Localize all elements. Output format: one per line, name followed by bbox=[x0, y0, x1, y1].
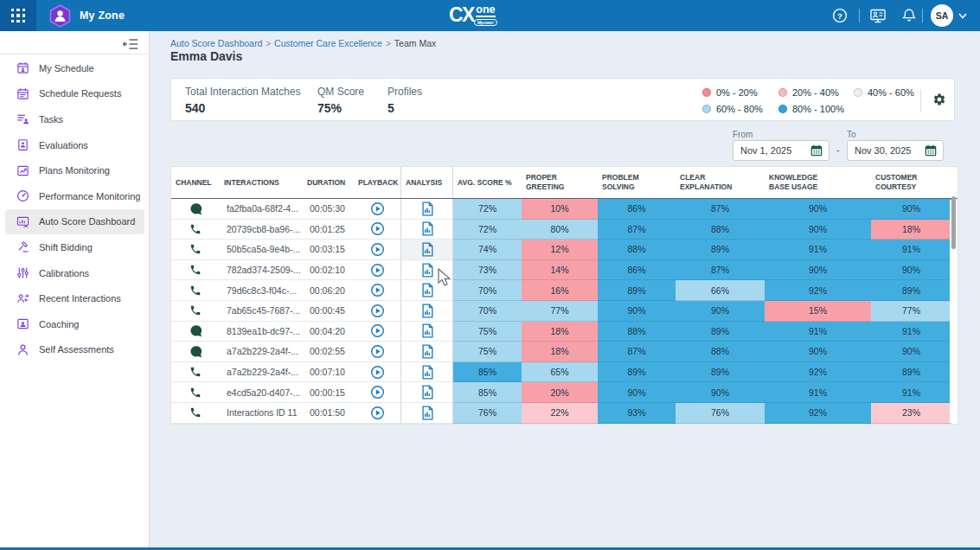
analysis-button[interactable] bbox=[420, 323, 434, 338]
sidebar-item-label: Shift Bidding bbox=[39, 242, 93, 253]
legend-item: 20% - 40% bbox=[778, 84, 854, 100]
screen-share-button[interactable] bbox=[867, 0, 889, 31]
chevron-down-icon[interactable] bbox=[958, 13, 967, 19]
analysis-button[interactable] bbox=[420, 201, 434, 216]
phone-icon bbox=[189, 285, 202, 297]
sidebar-item-auto-score-dashboard[interactable]: Auto Score Dashboard bbox=[5, 209, 144, 235]
interaction-id: fa2fba0a-68f2-4... bbox=[220, 199, 303, 220]
phone-icon bbox=[189, 366, 202, 378]
sidebar-item-evaluations[interactable]: Evaluations bbox=[0, 132, 150, 158]
play-button[interactable] bbox=[370, 242, 385, 257]
cxone-logo: CX one Mpower bbox=[449, 4, 497, 26]
sidebar-item-shift-bidding[interactable]: Shift Bidding bbox=[0, 234, 150, 260]
from-date-input[interactable]: Nov 1, 2025 bbox=[733, 140, 829, 161]
sidebar-item-label: Recent Interactions bbox=[39, 293, 121, 304]
calendar-icon[interactable] bbox=[925, 144, 937, 157]
stat-total-interaction-matches: Total Interaction Matches 540 bbox=[185, 86, 300, 115]
duration: 00:05:30 bbox=[303, 199, 354, 220]
sidebar-item-performance-monitoring[interactable]: Performance Monitoring bbox=[0, 183, 150, 209]
score-cell: 14% bbox=[522, 260, 598, 281]
sidebar-item-my-schedule[interactable]: My Schedule bbox=[0, 55, 150, 81]
sidebar-item-plans-monitoring[interactable]: Plans Monitoring bbox=[0, 157, 150, 183]
analysis-cell bbox=[400, 342, 453, 362]
analysis-button[interactable] bbox=[420, 344, 434, 359]
legend-color-dot bbox=[778, 105, 787, 113]
column-header-playback: PLAYBACK bbox=[354, 167, 400, 198]
play-button[interactable] bbox=[370, 304, 385, 318]
play-button[interactable] bbox=[370, 283, 385, 297]
analysis-button[interactable] bbox=[420, 406, 434, 420]
breadcrumb-link[interactable]: Auto Score Dashboard bbox=[170, 38, 262, 48]
analysis-button[interactable] bbox=[420, 385, 434, 400]
settings-gear-icon[interactable] bbox=[932, 93, 946, 106]
analysis-button[interactable] bbox=[420, 365, 434, 380]
play-button[interactable] bbox=[370, 323, 385, 338]
score-cell: 89% bbox=[871, 280, 951, 301]
analysis-button[interactable] bbox=[420, 221, 434, 236]
sidebar-item-self-assessments[interactable]: Self Assessments bbox=[0, 337, 150, 363]
duration: 00:02:55 bbox=[303, 342, 354, 362]
score-cell: 93% bbox=[598, 403, 676, 424]
interaction-id: e4cd5a20-d407-... bbox=[220, 382, 303, 403]
chat-icon bbox=[189, 202, 202, 215]
score-cell: 87% bbox=[598, 220, 676, 240]
play-button[interactable] bbox=[370, 365, 385, 380]
sidebar-item-label: Self Assessments bbox=[39, 344, 114, 355]
analysis-cell bbox=[400, 301, 453, 322]
apps-grid-button[interactable] bbox=[0, 0, 36, 31]
scrollbar-thumb[interactable] bbox=[951, 196, 956, 249]
playback-cell bbox=[354, 240, 400, 260]
sidebar-divider bbox=[0, 54, 150, 54]
breadcrumb-link[interactable]: Customer Care Excellence bbox=[274, 38, 382, 48]
notifications-button[interactable] bbox=[898, 0, 920, 31]
table-row: 7ab65c45-7687-...00:00:4570%77%90%90%15%… bbox=[171, 301, 958, 322]
sidebar-item-tasks[interactable]: Tasks bbox=[0, 106, 150, 132]
play-button[interactable] bbox=[370, 263, 385, 278]
sidebar-item-schedule-requests[interactable]: Schedule Requests bbox=[0, 81, 150, 107]
score-cell: 75% bbox=[453, 322, 522, 342]
app-window: My Zone CX one Mpower ? bbox=[0, 0, 980, 550]
sidebar-item-recent-interactions[interactable]: Recent Interactions bbox=[0, 285, 150, 311]
sidebar-item-label: Evaluations bbox=[39, 140, 88, 150]
score-cell: 91% bbox=[871, 322, 951, 342]
sidebar-item-calibrations[interactable]: Calibrations bbox=[0, 260, 150, 286]
app-title: My Zone bbox=[80, 10, 125, 22]
to-date-input[interactable]: Nov 30, 2025 bbox=[847, 140, 944, 161]
channel-cell bbox=[171, 280, 220, 301]
score-cell: 92% bbox=[765, 362, 871, 383]
column-header-duration: DURATION bbox=[303, 167, 354, 198]
help-button[interactable]: ? bbox=[829, 0, 851, 31]
playback-cell bbox=[354, 382, 400, 403]
sidebar-collapse-button[interactable] bbox=[121, 36, 140, 52]
analysis-button[interactable] bbox=[420, 304, 434, 318]
play-button[interactable] bbox=[370, 385, 385, 400]
score-cell: 75% bbox=[453, 342, 522, 362]
score-cell: 74% bbox=[453, 240, 522, 260]
playback-cell bbox=[354, 362, 400, 383]
play-button[interactable] bbox=[370, 221, 385, 236]
play-button[interactable] bbox=[370, 406, 385, 420]
play-button[interactable] bbox=[370, 344, 385, 359]
channel-cell bbox=[171, 322, 220, 342]
analysis-button[interactable] bbox=[420, 263, 434, 278]
interaction-id: 782ad374-2509-... bbox=[220, 260, 303, 281]
interaction-id: 8139ea1b-dc97-... bbox=[220, 322, 303, 342]
topbar-divider bbox=[859, 9, 860, 22]
duration: 00:06:20 bbox=[303, 280, 354, 301]
screen-share-icon bbox=[870, 9, 886, 23]
play-button[interactable] bbox=[370, 201, 385, 216]
analysis-button[interactable] bbox=[420, 283, 434, 297]
sidebar-item-label: Calibrations bbox=[39, 268, 89, 278]
sidebar-item-coaching[interactable]: Coaching bbox=[0, 311, 150, 337]
playback-cell bbox=[354, 342, 400, 362]
score-cell: 85% bbox=[453, 382, 522, 403]
legend-item: 60% - 80% bbox=[702, 100, 778, 117]
score-cell: 89% bbox=[676, 322, 765, 342]
column-header-customer-courtesy: CUSTOMER COURTESY bbox=[871, 167, 951, 198]
duration: 00:04:20 bbox=[303, 322, 354, 342]
interaction-id: a7a2b229-2a4f-... bbox=[220, 342, 303, 362]
analysis-button[interactable] bbox=[420, 242, 434, 257]
sidebar-item-label: Auto Score Dashboard bbox=[39, 216, 135, 227]
calendar-icon[interactable] bbox=[810, 144, 823, 157]
user-avatar[interactable]: SA bbox=[931, 4, 953, 27]
